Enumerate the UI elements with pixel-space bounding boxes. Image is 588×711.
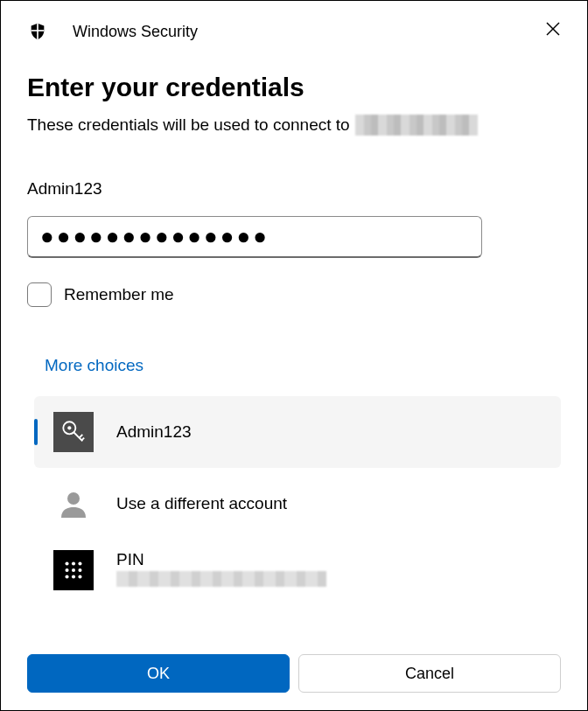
window-title: Windows Security: [73, 23, 543, 41]
svg-point-13: [65, 568, 68, 572]
remember-row: Remember me: [27, 282, 561, 307]
choice-label: Admin123: [116, 422, 192, 442]
redacted-hostname: [355, 115, 478, 136]
ok-button[interactable]: OK: [27, 654, 290, 693]
remember-label: Remember me: [64, 285, 174, 304]
svg-point-5: [67, 426, 71, 429]
svg-point-9: [67, 492, 80, 505]
choice-item-different-account[interactable]: Use a different account: [34, 468, 561, 540]
more-choices-link[interactable]: More choices: [45, 356, 561, 375]
svg-rect-1: [32, 30, 45, 31]
svg-point-16: [65, 575, 68, 578]
svg-line-8: [81, 438, 84, 441]
choice-label: PIN: [116, 550, 326, 569]
dialog-subtext: These credentials will be used to connec…: [27, 115, 561, 136]
remember-checkbox[interactable]: [27, 282, 52, 307]
key-icon: [53, 412, 94, 452]
svg-point-14: [72, 568, 75, 572]
close-icon: [546, 22, 560, 36]
svg-point-18: [78, 575, 81, 578]
choice-item-admin[interactable]: Admin123: [34, 396, 561, 468]
redacted-pin-sublabel: [116, 571, 326, 587]
close-button[interactable]: [543, 19, 563, 38]
svg-point-10: [65, 561, 68, 565]
svg-point-12: [78, 561, 81, 565]
choice-item-pin[interactable]: PIN: [34, 540, 561, 599]
keypad-icon: [53, 550, 94, 590]
pin-text: PIN: [116, 550, 326, 587]
subtext-text: These credentials will be used to connec…: [27, 115, 350, 135]
svg-line-7: [80, 435, 83, 438]
password-input[interactable]: [27, 216, 482, 258]
svg-point-15: [78, 568, 81, 572]
choices-list: Admin123 Use a different account: [34, 396, 561, 599]
svg-rect-0: [37, 24, 38, 39]
choice-label: Use a different account: [116, 494, 287, 513]
svg-point-11: [72, 561, 75, 565]
button-row: OK Cancel: [27, 654, 561, 693]
cancel-button[interactable]: Cancel: [298, 654, 561, 693]
titlebar: Windows Security: [1, 1, 587, 52]
shield-icon: [27, 21, 48, 42]
svg-point-17: [72, 575, 75, 578]
user-icon: [53, 484, 94, 524]
dialog-content: Enter your credentials These credentials…: [1, 52, 587, 599]
dialog-heading: Enter your credentials: [27, 73, 561, 102]
username-label: Admin123: [27, 179, 561, 199]
